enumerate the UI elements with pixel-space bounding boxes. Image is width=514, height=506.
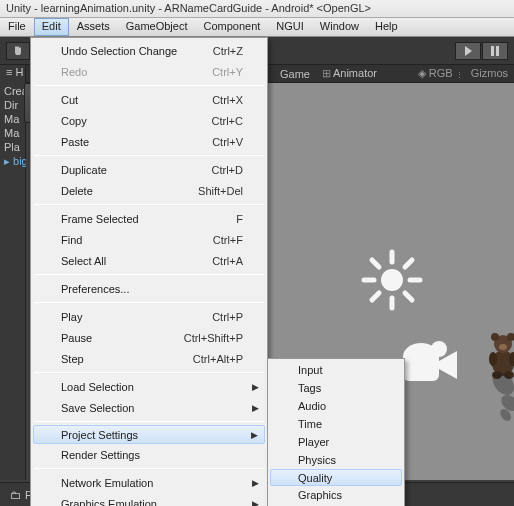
menu-item-graphics-emulation[interactable]: Graphics Emulation▶ — [33, 493, 265, 506]
menu-shortcut: Ctrl+C — [212, 115, 243, 127]
svg-point-2 — [381, 269, 403, 291]
submenu-item-tags[interactable]: Tags — [270, 379, 402, 397]
menu-shortcut: Ctrl+X — [212, 94, 243, 106]
menu-item-save-selection[interactable]: Save Selection▶ — [33, 397, 265, 418]
svg-point-16 — [499, 344, 507, 350]
menu-shortcut: Ctrl+Shift+P — [184, 332, 243, 344]
menubar-item-ngui[interactable]: NGUI — [268, 18, 312, 36]
hierarchy-create[interactable]: Crea — [4, 84, 26, 98]
menu-separator — [34, 204, 264, 205]
menu-separator — [34, 302, 264, 303]
hierarchy-tab[interactable]: ≡ H — [6, 66, 23, 78]
menu-separator — [34, 274, 264, 275]
menubar-item-component[interactable]: Component — [195, 18, 268, 36]
menu-item-step[interactable]: StepCtrl+Alt+P — [33, 348, 265, 369]
menubar-item-assets[interactable]: Assets — [69, 18, 118, 36]
menu-shortcut: Ctrl+Y — [212, 66, 243, 78]
submenu-item-graphics[interactable]: Graphics — [270, 486, 402, 504]
menu-item-label: Preferences... — [61, 283, 129, 295]
menu-item-label: Copy — [61, 115, 87, 127]
window-title: Unity - learningAnimation.unity - ARName… — [6, 2, 371, 14]
submenu-arrow-icon: ▶ — [252, 499, 259, 507]
menu-item-duplicate[interactable]: DuplicateCtrl+D — [33, 159, 265, 180]
menu-item-label: Paste — [61, 136, 89, 148]
menu-item-copy[interactable]: CopyCtrl+C — [33, 110, 265, 131]
submenu-item-physics[interactable]: Physics — [270, 451, 402, 469]
menu-item-frame-selected[interactable]: Frame SelectedF — [33, 208, 265, 229]
menubar-item-gameobject[interactable]: GameObject — [118, 18, 196, 36]
menu-item-delete[interactable]: DeleteShift+Del — [33, 180, 265, 201]
menu-item-label: Delete — [61, 185, 93, 197]
menubar: FileEditAssetsGameObjectComponentNGUIWin… — [0, 18, 514, 37]
submenu-arrow-icon: ▶ — [252, 382, 259, 392]
menu-item-label: Find — [61, 234, 82, 246]
menu-item-pause[interactable]: PauseCtrl+Shift+P — [33, 327, 265, 348]
menu-item-render-settings[interactable]: Render Settings — [33, 444, 265, 465]
window-titlebar: Unity - learningAnimation.unity - ARName… — [0, 0, 514, 18]
play-button[interactable] — [455, 42, 481, 60]
menubar-item-file[interactable]: File — [0, 18, 34, 36]
submenu-item-player[interactable]: Player — [270, 433, 402, 451]
menu-item-label: Select All — [61, 255, 106, 267]
hand-tool-button[interactable] — [6, 42, 30, 60]
hierarchy-item[interactable]: Ma — [4, 112, 26, 126]
menu-item-label: Network Emulation — [61, 477, 153, 489]
menu-shortcut: Ctrl+Alt+P — [193, 353, 243, 365]
menu-item-label: Undo Selection Change — [61, 45, 177, 57]
menu-item-find[interactable]: FindCtrl+F — [33, 229, 265, 250]
menu-item-undo-selection-change[interactable]: Undo Selection ChangeCtrl+Z — [33, 40, 265, 61]
tab-game[interactable]: Game — [280, 68, 310, 80]
menu-shortcut: Ctrl+A — [212, 255, 243, 267]
menu-item-label: Graphics Emulation — [61, 498, 157, 507]
svg-point-17 — [489, 352, 497, 366]
menu-item-preferences[interactable]: Preferences... — [33, 278, 265, 299]
hierarchy-items: Crea Dir Ma Ma Pla ▸ big — [4, 84, 26, 168]
menu-item-select-all[interactable]: Select AllCtrl+A — [33, 250, 265, 271]
menu-shortcut: Ctrl+P — [212, 311, 243, 323]
hierarchy-item[interactable]: Dir — [4, 98, 26, 112]
menu-item-label: Project Settings — [61, 429, 138, 441]
submenu-item-time[interactable]: Time — [270, 415, 402, 433]
menu-separator — [34, 421, 264, 422]
menubar-item-edit[interactable]: Edit — [34, 18, 69, 36]
menu-item-label: Pause — [61, 332, 92, 344]
svg-point-21 — [489, 373, 514, 395]
submenu-item-input[interactable]: Input — [270, 361, 402, 379]
svg-point-11 — [431, 341, 447, 357]
directional-light-gizmo-icon — [360, 248, 424, 312]
svg-line-9 — [405, 260, 412, 267]
menu-shortcut: F — [236, 213, 243, 225]
tab-animator[interactable]: ⊞Animator — [322, 67, 377, 80]
edit-menu-dropdown: Undo Selection ChangeCtrl+ZRedoCtrl+YCut… — [30, 37, 268, 506]
teddy-bear-model[interactable] — [485, 331, 514, 379]
pause-button[interactable] — [482, 42, 508, 60]
menu-shortcut: Ctrl+Z — [213, 45, 243, 57]
menu-item-label: Frame Selected — [61, 213, 139, 225]
menu-shortcut: Ctrl+D — [212, 164, 243, 176]
menu-separator — [34, 155, 264, 156]
menu-item-label: Play — [61, 311, 82, 323]
menu-item-network-emulation[interactable]: Network Emulation▶ — [33, 472, 265, 493]
submenu-item-audio[interactable]: Audio — [270, 397, 402, 415]
menu-item-label: Step — [61, 353, 84, 365]
submenu-item-quality[interactable]: Quality — [270, 469, 402, 486]
hierarchy-item-selected[interactable]: ▸ big — [4, 154, 26, 168]
hierarchy-item[interactable]: Ma — [4, 126, 26, 140]
gizmos-dropdown[interactable]: Gizmos — [471, 67, 508, 80]
svg-line-7 — [372, 260, 379, 267]
menubar-item-window[interactable]: Window — [312, 18, 367, 36]
hierarchy-item[interactable]: Pla — [4, 140, 26, 154]
project-settings-submenu: InputTagsAudioTimePlayerPhysicsQualityGr… — [267, 358, 405, 506]
model-shadow — [482, 373, 514, 433]
rgb-dropdown[interactable]: ◈ RGB ⋮ — [418, 67, 463, 80]
menu-item-redo: RedoCtrl+Y — [33, 61, 265, 82]
submenu-arrow-icon: ▶ — [252, 478, 259, 488]
menu-item-cut[interactable]: CutCtrl+X — [33, 89, 265, 110]
menu-item-project-settings[interactable]: Project Settings▶ — [33, 425, 265, 444]
menu-separator — [34, 85, 264, 86]
menu-item-play[interactable]: PlayCtrl+P — [33, 306, 265, 327]
menubar-item-help[interactable]: Help — [367, 18, 406, 36]
menu-item-load-selection[interactable]: Load Selection▶ — [33, 376, 265, 397]
menu-item-paste[interactable]: PasteCtrl+V — [33, 131, 265, 152]
menu-item-label: Save Selection — [61, 402, 134, 414]
